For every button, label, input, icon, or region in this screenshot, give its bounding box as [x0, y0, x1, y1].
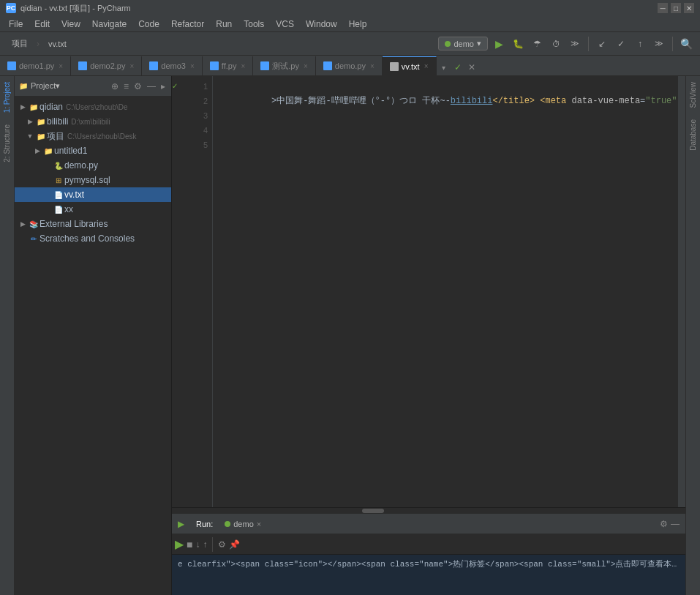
sidebar-hide-button[interactable]: ▸ — [159, 81, 167, 92]
tab-vvtxt[interactable]: vv.txt × — [383, 56, 437, 75]
line-num-2: 2 — [203, 94, 208, 108]
editor-h-scrollbar[interactable] — [172, 508, 685, 514]
folder-icon-untitled1: 📁 — [42, 147, 54, 155]
tab-demo1py-close[interactable]: × — [59, 62, 63, 70]
editor-content[interactable]: >中国舞-舞蹈-哔哩哔哩（°-°）つロ 干杯~-bilibili</title>… — [213, 76, 678, 507]
tree-label-project: 项目 — [47, 130, 64, 143]
profile-button[interactable]: ⏱ — [548, 36, 564, 52]
tab-ffpy-close[interactable]: × — [241, 62, 245, 70]
menu-tools[interactable]: Tools — [238, 18, 270, 31]
tree-path-qidian: C:\Users\zhoub\De — [66, 103, 127, 111]
minimize-button[interactable]: ─ — [658, 3, 668, 13]
sidebar-filter-button[interactable]: — — [146, 81, 157, 92]
line-num-3: 3 — [203, 108, 208, 123]
editor-scrollbar[interactable] — [678, 76, 685, 507]
tree-item-xx[interactable]: 📄 xx — [15, 202, 171, 217]
maximize-button[interactable]: □ — [671, 3, 681, 13]
tab-ffpy[interactable]: ff.py × — [203, 56, 253, 75]
vcs-commit-button[interactable]: ✓ — [613, 36, 629, 52]
menu-code[interactable]: Code — [132, 18, 165, 31]
sidebar-locate-button[interactable]: ⊕ — [110, 81, 120, 92]
bottom-tab-run-label: Run: — [190, 518, 219, 530]
gutter-mark-2 — [172, 94, 184, 108]
menu-window[interactable]: Window — [300, 18, 343, 31]
run-button[interactable]: ▶ — [491, 36, 507, 52]
tab-demo2py-close[interactable]: × — [129, 62, 134, 70]
bottom-tab-demo[interactable]: demo × — [225, 520, 261, 528]
vtab-project[interactable]: 1: Project — [1, 76, 12, 119]
tree-item-untitled1[interactable]: ▶ 📁 untitled1 — [15, 143, 171, 158]
menu-help[interactable]: Help — [343, 18, 373, 31]
tab-demopy-close[interactable]: × — [370, 62, 375, 70]
vcs-update-button[interactable]: ↙ — [594, 36, 610, 52]
folder-icon-project: 📁 — [35, 132, 47, 141]
tab-testpy-close[interactable]: × — [304, 62, 308, 70]
tab-demopy[interactable]: demo.py × — [316, 56, 383, 75]
tab-demo3-close[interactable]: × — [190, 62, 195, 70]
run-scroll-button[interactable]: ↑ — [203, 539, 207, 550]
sidebar-settings-button[interactable]: ⚙ — [132, 81, 143, 92]
bottom-settings-icon[interactable]: ⚙ — [660, 519, 668, 529]
vtab-sciview[interactable]: SciView — [688, 76, 699, 113]
tree-item-vvtxt[interactable]: 📄 vv.txt — [15, 187, 171, 202]
menu-file[interactable]: File — [3, 18, 29, 31]
tree-item-bilibili[interactable]: ▶ 📁 bilibili D:\xm\bilibili — [15, 114, 171, 129]
sidebar-collapse-button[interactable]: ≡ — [122, 81, 130, 92]
vcs-more-button[interactable]: ≫ — [651, 36, 667, 52]
tree-item-demopy[interactable]: 🐍 demo.py — [15, 158, 171, 173]
bottom-panel-header: ▶ Run: demo × ⚙ — — [172, 514, 685, 534]
menu-refactor[interactable]: Refactor — [165, 18, 210, 31]
bottom-hide-icon[interactable]: — — [671, 519, 680, 529]
run-settings-button[interactable]: ⚙ — [218, 539, 226, 550]
tree-item-scratches[interactable]: ✏ Scratches and Consoles — [15, 231, 171, 246]
run-config-label: demo — [454, 40, 474, 48]
tab-vvtxt-close[interactable]: × — [424, 62, 429, 70]
run-pin-button[interactable]: 📌 — [229, 539, 240, 550]
search-everywhere-button[interactable]: 🔍 — [678, 36, 694, 52]
tab-bar-end: ▾ ✓ ✕ — [438, 59, 478, 75]
tree-item-qidian[interactable]: ▶ 📁 qidian C:\Users\zhoub\De — [15, 100, 171, 114]
more-run-button[interactable]: ≫ — [567, 36, 583, 52]
tab-demo1py[interactable]: demo1.py × — [0, 56, 71, 75]
menu-navigate[interactable]: Navigate — [86, 18, 132, 31]
menu-run[interactable]: Run — [210, 18, 238, 31]
editor-area[interactable]: ✓ 1 2 3 4 5 >中国舞-舞蹈-哔哩哔哩（°-°）つロ 干杯~-bili… — [172, 76, 685, 507]
tab-close-all[interactable]: ✕ — [466, 59, 478, 75]
run-demo-close[interactable]: × — [257, 520, 261, 528]
menu-view[interactable]: View — [56, 18, 86, 31]
toolbar-separator-1 — [588, 37, 589, 51]
file-icon-xx: 📄 — [53, 206, 64, 214]
vtab-structure[interactable]: 2: Structure — [1, 119, 12, 168]
terminal-content-area[interactable]: e clearfix"><span class="icon"></span><s… — [172, 555, 685, 595]
breadcrumb-project[interactable]: 项目 — [6, 37, 34, 50]
py-file-icon — [78, 61, 87, 70]
menu-edit[interactable]: Edit — [29, 18, 56, 31]
tab-testpy[interactable]: 测试.py × — [253, 56, 316, 75]
vcs-push-button[interactable]: ↑ — [632, 36, 648, 52]
run-config-dropdown-icon: ▾ — [477, 39, 481, 48]
run-play-button[interactable]: ▶ — [175, 537, 184, 551]
sidebar-tree: ▶ 📁 qidian C:\Users\zhoub\De ▶ 📁 bilibil… — [15, 97, 171, 595]
tab-demo2py[interactable]: demo2.py × — [71, 56, 142, 75]
tree-item-project[interactable]: ▼ 📁 项目 C:\Users\zhoub\Desk — [15, 129, 171, 143]
run-coverage-button[interactable]: ☂ — [529, 36, 545, 52]
vtab-database[interactable]: Database — [688, 113, 699, 157]
h-scrollbar-thumb — [362, 509, 384, 513]
menu-vcs[interactable]: VCS — [270, 18, 300, 31]
tab-demo3[interactable]: demo3 × — [142, 56, 202, 75]
run-stop-button[interactable]: ■ — [187, 539, 192, 550]
tab-demo1py-label: demo1.py — [19, 61, 54, 70]
tab-checkmark[interactable]: ✓ — [451, 59, 464, 75]
run-config-selector[interactable]: demo ▾ — [438, 37, 488, 50]
run-rerun-button[interactable]: ↓ — [195, 539, 200, 550]
run-status-icon: ▶ — [178, 519, 184, 529]
editor-line-5 — [219, 138, 672, 152]
debug-button[interactable]: 🐛 — [510, 36, 526, 52]
close-button[interactable]: ✕ — [684, 3, 694, 13]
tree-label-bilibili: bilibili — [47, 116, 68, 127]
gutter-mark-3 — [172, 108, 184, 123]
tree-item-external-libs[interactable]: ▶ 📚 External Libraries — [15, 217, 171, 231]
tab-list-button[interactable]: ▾ — [438, 59, 450, 75]
breadcrumb-file[interactable]: vv.txt — [42, 38, 72, 50]
tree-item-pymysql[interactable]: ⊞ pymysql.sql — [15, 173, 171, 187]
